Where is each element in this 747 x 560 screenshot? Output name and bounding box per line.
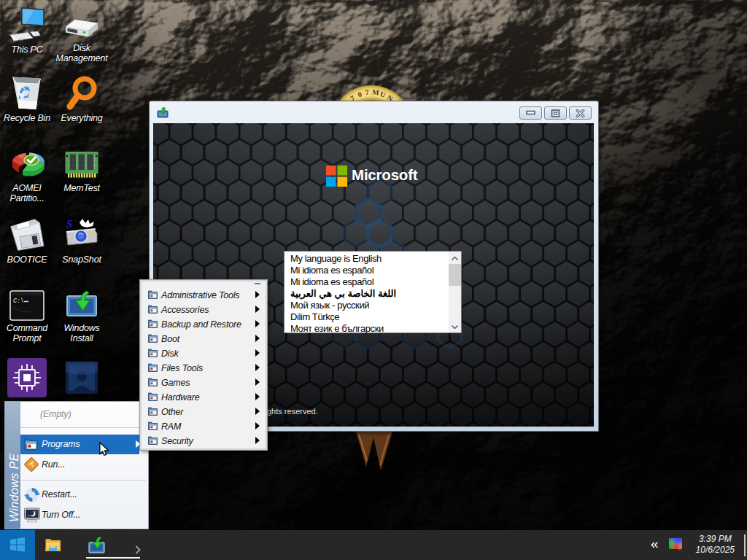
svg-text:ghts reserved.: ghts reserved. bbox=[267, 407, 318, 416]
svg-text:S: S bbox=[66, 219, 72, 230]
svg-text:C:\: C:\ bbox=[13, 298, 24, 305]
svg-text:Microsoft: Microsoft bbox=[352, 166, 418, 183]
